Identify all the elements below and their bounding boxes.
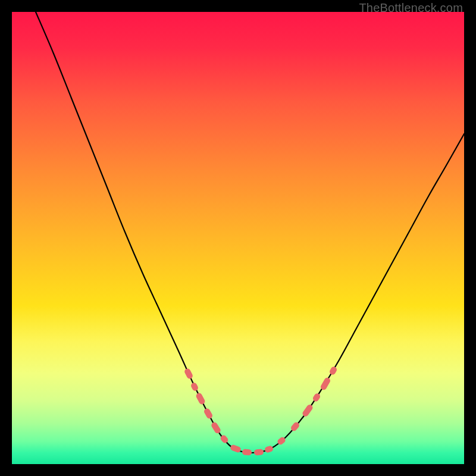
chart-frame: TheBottleneck.com	[0, 0, 476, 476]
plot-area	[12, 12, 464, 464]
chart-svg	[12, 12, 464, 464]
gradient-background	[12, 12, 464, 464]
